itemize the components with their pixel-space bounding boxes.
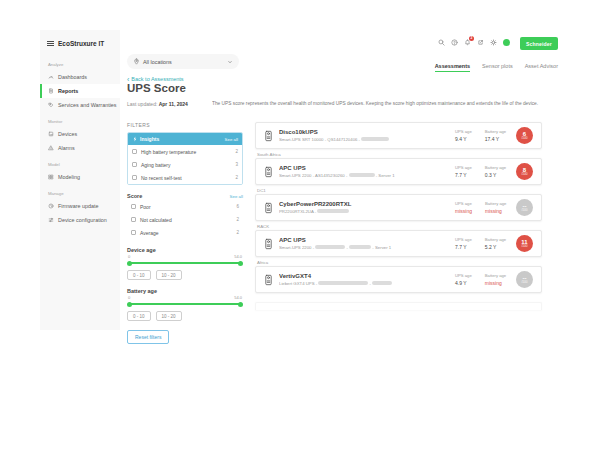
avatar[interactable] [503,39,510,46]
sidebar-item-label: Services and Warranties [58,102,117,108]
reset-filters-button[interactable]: Reset filters [127,330,169,344]
cards-list: Disco10kUPSSmart-UPS SRT 10000 - QS14471… [255,122,542,310]
checkbox-not-calculated[interactable] [131,217,136,222]
card-text: VertivGXT4Liebert GXT4 UPS - - [279,273,449,286]
sidebar-item-reports[interactable]: Reports [40,84,120,98]
chevron-down-icon [227,59,233,65]
card-subtitle: PR2200RTXL2UA - [279,209,449,214]
filter-row-poor: Poor6 [127,200,243,213]
location-filter[interactable]: All locations [127,54,239,69]
ups-age-value: 7.7 Y [455,172,472,178]
group-label [255,293,542,302]
ups-device-icon [264,238,273,250]
card-title: APC UPS [279,165,449,171]
sidebar-item-services-and-warranties[interactable]: Services and Warranties [40,98,120,112]
battery-age-value: 17.4 Y [485,136,506,142]
slider-handle-min[interactable] [127,302,132,307]
filter-row-high-battery-temperature: High battery temperature2 [128,145,242,158]
battery-age-max: 54.0 [234,295,242,300]
range-chip[interactable]: 0 - 10 [127,270,151,280]
card-title: Disco10kUPS [279,129,449,135]
card-ages: UPS age7.7 YBattery age0.3 Y [455,165,506,178]
schneider-logo-button[interactable]: Schneider [520,37,558,50]
filter-label: Not calculated [140,217,172,223]
sidebar-item-device-configuration[interactable]: Device configuration [40,213,120,227]
sidebar-item-modeling[interactable]: Modeling [40,170,120,184]
card-ages: UPS age9.4 YBattery age17.4 Y [455,129,506,142]
last-updated: Last updated: Apr 11, 2024 [127,101,188,107]
devices-icon [48,131,54,137]
score-max: /100 [521,137,527,140]
score-rows: Poor6Not calculated2Average2 [127,200,243,239]
help-icon[interactable] [451,39,458,46]
score-max: /100 [521,173,527,176]
header-icons: 2 [438,39,497,46]
ups-card[interactable]: APC UPSSmart-UPS 2200 - - - Server 1UPS … [255,230,542,257]
filter-row-not-calculated: Not calculated2 [127,213,243,226]
app-logo[interactable]: EcoStruxure IT [40,30,120,55]
chevron-left-icon: ‹ [127,77,129,82]
menu-icon[interactable] [47,41,54,46]
reports-icon [48,88,54,94]
ups-card[interactable]: APC UPSSmart-UPS 2200 - AS1435230260 - -… [255,158,542,185]
share-icon[interactable] [477,39,484,46]
range-chip[interactable]: 10 - 20 [156,311,182,321]
tab-assessments[interactable]: Assessments [435,63,470,72]
device-age-label: Device age [127,247,243,253]
tab-asset-advisor[interactable]: Asset Advisor [525,63,558,72]
search-icon[interactable] [438,39,445,46]
ups-card[interactable]: VertivGXT4Liebert GXT4 UPS - - UPS age4.… [255,266,542,293]
sidebar-item-label: Device configuration [58,217,107,223]
ups-age-label: UPS age [455,273,472,278]
modeling-icon [48,174,54,180]
header-toolbar: 2 [438,39,510,46]
insights-header[interactable]: Insights See all [128,133,242,145]
slider-handle-max[interactable] [238,261,243,266]
checkbox-aging-battery[interactable] [132,162,137,167]
card-text: Disco10kUPSSmart-UPS SRT 10000 - QS14471… [279,129,449,142]
ups-card[interactable]: CyberPowerPR2200RTXLPR2200RTXL2UA - UPS … [255,194,542,221]
card-title: VertivGXT4 [279,273,449,279]
score-max: /100 [521,245,527,248]
redacted-text [318,281,368,285]
slider-handle-min[interactable] [127,261,132,266]
battery-age-min: 0 [128,295,130,300]
checkbox-no-recent-self-test[interactable] [132,175,137,180]
device-age-slider[interactable]: 0 54.0 [127,254,243,267]
group-label: South Africa [255,149,542,158]
ups-age-value: 4.9 Y [455,280,472,286]
battery-age-slider[interactable]: 0 54.0 [127,295,243,308]
insights-see-all-link[interactable]: See all [225,137,238,142]
battery-age: Battery agemissing [485,201,506,214]
insights-filter-group: Insights See all High battery temperatur… [127,132,243,185]
settings-icon[interactable] [490,39,497,46]
battery-age-label: Battery age [485,237,506,242]
range-chip[interactable]: 10 - 20 [156,270,182,280]
checkbox-high-battery-temperature[interactable] [132,149,137,154]
range-chip[interactable]: 0 - 10 [127,311,151,321]
sidebar-item-devices[interactable]: Devices [40,127,120,141]
sidebar-item-alarms[interactable]: Alarms [40,141,120,155]
ups-card[interactable]: Disco10kUPSSmart-UPS SRT 10000 - QS14471… [255,122,542,149]
sidebar-item-firmware-update[interactable]: Firmware update [40,199,120,213]
slider-handle-max[interactable] [238,302,243,307]
notification-badge: 2 [469,36,474,41]
checkbox-poor[interactable] [131,204,136,209]
tab-sensor-plots[interactable]: Sensor plots [482,63,513,72]
filter-label: Poor [140,204,151,210]
filter-row-aging-battery: Aging battery3 [128,158,242,171]
sidebar-item-dashboards[interactable]: Dashboards [40,70,120,84]
battery-age-filter: Battery age 0 54.0 0 - 1010 - 20 [127,288,243,321]
ups-device-icon [264,130,273,142]
header-tabs: AssessmentsSensor plotsAsset Advisor [435,63,558,72]
checkbox-average[interactable] [131,230,136,235]
notifications-icon[interactable]: 2 [464,39,471,46]
filter-label: Average [140,230,159,236]
battery-age-value: missing [485,280,506,286]
score-max: /100 [521,281,527,284]
score-badge: --/100 [516,271,533,288]
filter-label: No recent self-test [141,175,182,181]
battery-age: Battery age0.3 Y [485,165,506,178]
score-see-all-link[interactable]: See all [230,194,243,199]
ups-age: UPS age7.7 Y [455,237,472,250]
